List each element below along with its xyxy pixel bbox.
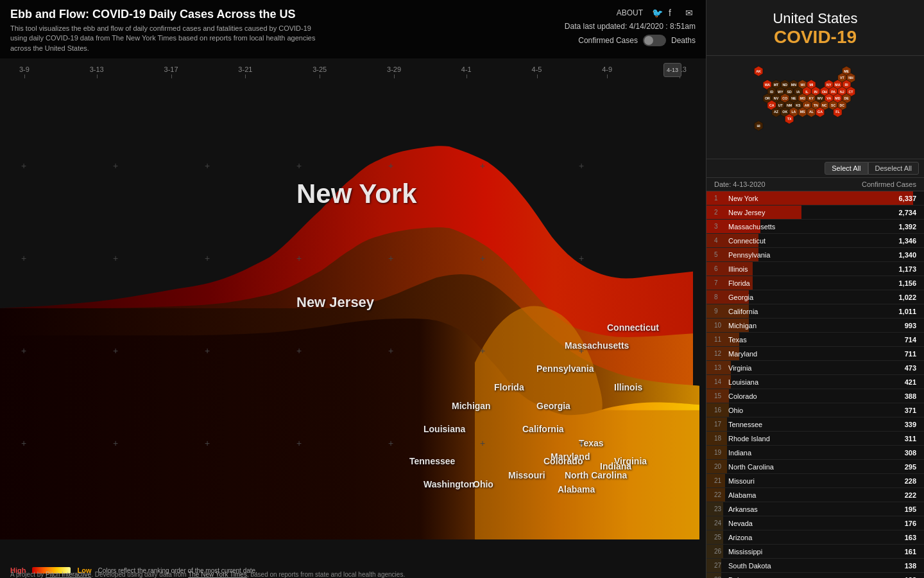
state-rank: 10 bbox=[714, 322, 728, 329]
table-row[interactable]: 28Delaware138 bbox=[706, 573, 924, 578]
table-row[interactable]: 25Arizona163 bbox=[706, 530, 924, 545]
confirmed-cases-label: Confirmed Cases bbox=[578, 36, 638, 45]
state-rank: 5 bbox=[714, 251, 728, 258]
svg-marker-46 bbox=[807, 107, 816, 118]
state-name: Massachusetts bbox=[728, 223, 898, 231]
table-row[interactable]: 26Mississippi161 bbox=[706, 545, 924, 559]
table-row[interactable]: 17Tennessee339 bbox=[706, 417, 924, 432]
state-name: Virginia bbox=[728, 364, 905, 372]
hex-cell-al[interactable]: AL bbox=[807, 107, 816, 118]
attribution: A project by Pitch Interactive. Develope… bbox=[10, 571, 405, 578]
table-row[interactable]: 7Florida1,156 bbox=[706, 276, 924, 290]
page-title: Ebb and Flow: COVID-19 Daily Cases Acros… bbox=[10, 8, 318, 21]
playhead[interactable]: 4-13 bbox=[663, 63, 681, 77]
select-buttons-row: Select All Deselect All bbox=[706, 159, 924, 178]
table-row[interactable]: 19Indiana308 bbox=[706, 446, 924, 460]
hex-cell-ms[interactable]: MS bbox=[798, 107, 807, 118]
state-name: Delaware bbox=[728, 576, 905, 579]
state-name: Maryland bbox=[728, 350, 905, 358]
state-rank: 18 bbox=[714, 435, 728, 442]
state-rank: 17 bbox=[714, 421, 728, 428]
twitter-icon[interactable]: 🐦 bbox=[652, 8, 662, 18]
states-table[interactable]: 1New York6,3372New Jersey2,7343Massachus… bbox=[706, 191, 924, 578]
state-count: 339 bbox=[905, 421, 916, 428]
state-name: Arizona bbox=[728, 534, 905, 541]
chart-svg bbox=[0, 77, 706, 539]
header: Ebb and Flow: COVID-19 Daily Cases Acros… bbox=[0, 0, 706, 58]
table-row[interactable]: 14Louisiana421 bbox=[706, 375, 924, 389]
timeline-label: 3-21 bbox=[238, 66, 252, 73]
state-count: 1,022 bbox=[898, 293, 916, 301]
state-rank: 3 bbox=[714, 223, 728, 230]
state-count: 222 bbox=[905, 491, 916, 499]
state-count: 308 bbox=[905, 449, 916, 457]
email-icon[interactable]: ✉ bbox=[685, 8, 696, 18]
table-row[interactable]: 6Illinois1,173 bbox=[706, 262, 924, 276]
table-row[interactable]: 16Ohio371 bbox=[706, 403, 924, 417]
state-name: Connecticut bbox=[728, 237, 898, 245]
deaths-label: Deaths bbox=[671, 36, 696, 45]
state-rank: 11 bbox=[714, 336, 728, 343]
state-count: 993 bbox=[905, 322, 916, 329]
state-count: 6,337 bbox=[898, 195, 916, 202]
table-row[interactable]: 11Texas714 bbox=[706, 333, 924, 347]
state-name: Georgia bbox=[728, 293, 898, 301]
state-count: 195 bbox=[905, 505, 916, 513]
table-row[interactable]: 24Nevada176 bbox=[706, 516, 924, 530]
hex-cell-hi[interactable]: HI bbox=[754, 121, 763, 131]
deaths-toggle[interactable] bbox=[643, 35, 666, 46]
state-rank: 6 bbox=[714, 265, 728, 272]
about-link[interactable]: ABOUT bbox=[617, 8, 643, 17]
state-name: New York bbox=[728, 195, 898, 202]
sidebar-covid-subtitle: COVID-19 bbox=[717, 27, 914, 48]
table-row[interactable]: 15Colorado388 bbox=[706, 389, 924, 403]
table-row[interactable]: 13Virginia473 bbox=[706, 361, 924, 375]
state-count: 1,011 bbox=[898, 308, 916, 315]
timeline-label: 3-29 bbox=[387, 66, 401, 73]
table-row[interactable]: 10Michigan993 bbox=[706, 319, 924, 333]
state-rank: 26 bbox=[714, 548, 728, 555]
table-row[interactable]: 5Pennsylvania1,340 bbox=[706, 248, 924, 262]
svg-marker-48 bbox=[834, 107, 843, 118]
table-row[interactable]: 2New Jersey2,734 bbox=[706, 206, 924, 220]
table-date-label: Date: 4-13-2020 bbox=[714, 180, 766, 188]
state-count: 714 bbox=[905, 336, 916, 344]
table-row[interactable]: 23Arkansas195 bbox=[706, 502, 924, 516]
state-count: 388 bbox=[905, 392, 916, 400]
table-row[interactable]: 4Connecticut1,346 bbox=[706, 234, 924, 248]
state-name: Colorado bbox=[728, 392, 905, 400]
table-cases-label: Confirmed Cases bbox=[862, 180, 916, 188]
table-row[interactable]: 9California1,011 bbox=[706, 304, 924, 319]
attribution-suffix: , based on reports from state and local … bbox=[247, 571, 405, 578]
state-count: 2,734 bbox=[898, 209, 916, 216]
select-all-button[interactable]: Select All bbox=[825, 162, 868, 175]
hex-cell-tx[interactable]: TX bbox=[785, 114, 794, 124]
hex-cell-ga[interactable]: GA bbox=[816, 107, 825, 118]
table-row[interactable]: 27South Dakota138 bbox=[706, 559, 924, 573]
hex-cell-az[interactable]: AZ bbox=[772, 107, 781, 118]
table-row[interactable]: 1New York6,337 bbox=[706, 191, 924, 206]
table-row[interactable]: 8Georgia1,022 bbox=[706, 290, 924, 304]
state-rank: 12 bbox=[714, 350, 728, 357]
hex-cell-ak[interactable]: AK bbox=[754, 66, 763, 76]
table-row[interactable]: 18Rhode Island311 bbox=[706, 432, 924, 446]
table-row[interactable]: 12Maryland711 bbox=[706, 347, 924, 361]
facebook-icon[interactable]: f bbox=[669, 8, 679, 18]
state-rank: 1 bbox=[714, 195, 728, 202]
sidebar: United States COVID-19 AKMEVTNHWAMTNDMNW… bbox=[706, 0, 924, 578]
state-rank: 9 bbox=[714, 308, 728, 315]
table-row[interactable]: 3Massachusetts1,392 bbox=[706, 220, 924, 234]
pitch-interactive-link[interactable]: Pitch Interactive bbox=[46, 571, 91, 578]
state-name: Michigan bbox=[728, 322, 905, 329]
state-name: Nevada bbox=[728, 520, 905, 527]
state-name: Tennessee bbox=[728, 421, 905, 428]
hex-cell-fl[interactable]: FL bbox=[834, 107, 843, 118]
table-row[interactable]: 22Alabama222 bbox=[706, 488, 924, 502]
table-row[interactable]: 20North Carolina295 bbox=[706, 460, 924, 474]
state-name: Pennsylvania bbox=[728, 251, 898, 259]
nyt-link[interactable]: The New York Times bbox=[188, 571, 247, 578]
table-row[interactable]: 21Missouri228 bbox=[706, 474, 924, 488]
state-count: 138 bbox=[905, 562, 916, 570]
deselect-all-button[interactable]: Deselect All bbox=[868, 162, 919, 175]
page-subtitle: This tool visualizes the ebb and flow of… bbox=[10, 24, 318, 53]
